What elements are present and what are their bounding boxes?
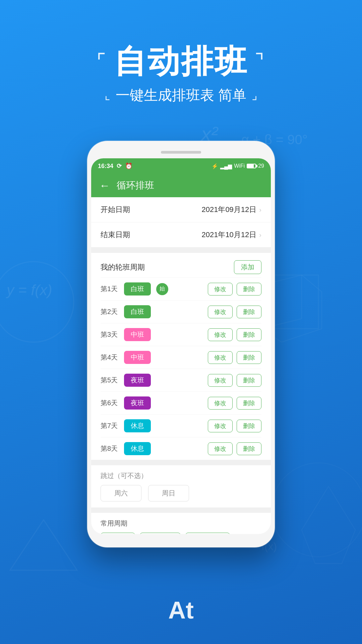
hero-title-text: 自动排班 xyxy=(114,44,248,79)
start-date-label: 开始日期 xyxy=(101,205,130,215)
svg-line-10 xyxy=(302,275,322,292)
modify-button-4[interactable]: 修改 xyxy=(208,351,233,364)
delete-button-6[interactable]: 删除 xyxy=(237,397,261,410)
delete-button-1[interactable]: 删除 xyxy=(237,283,261,296)
subtitle-bracket-right: ⌟ xyxy=(252,88,257,102)
app-title: 循环排班 xyxy=(117,179,154,192)
skip-title: 跳过（可不选） xyxy=(101,471,261,480)
end-date-value: 2021年10月12日 xyxy=(201,230,256,240)
modify-button-3[interactable]: 修改 xyxy=(208,328,233,341)
shift-badge-7: 休息 xyxy=(124,419,151,432)
day-row-3: 第3天中班修改删除 xyxy=(101,323,261,346)
day-row-4: 第4天中班修改删除 xyxy=(101,346,261,369)
delete-button-4[interactable]: 删除 xyxy=(237,351,261,364)
subtitle-bracket-left: ⌞ xyxy=(105,88,110,102)
hero-subtitle-text: 一键生成排班表 简单 xyxy=(116,86,246,105)
skip-section: 跳过（可不选） 周六周日 xyxy=(91,465,271,507)
modify-button-8[interactable]: 修改 xyxy=(208,442,233,455)
day-actions-5: 修改删除 xyxy=(208,374,261,387)
signal-icon: ▂▄▆ xyxy=(220,163,232,169)
day-label-6: 第6天 xyxy=(101,398,124,408)
end-date-value-container: 2021年10月12日 › xyxy=(201,230,261,240)
common-tags: 二班倒四班三倒四班三倒2二班倒2 xyxy=(101,533,261,534)
day-actions-7: 修改删除 xyxy=(208,420,261,432)
shift-badge-2: 白班 xyxy=(124,305,151,318)
svg-point-4 xyxy=(0,262,74,342)
day-label-5: 第5天 xyxy=(101,376,124,385)
shift-badge-5: 夜班 xyxy=(124,374,151,387)
phone-screen: 16:34 ⟳ ⏰ ⚡ ▂▄▆ WiFi 29 ← 循环排班 xyxy=(91,158,271,534)
common-tag-3[interactable]: 四班三倒2 xyxy=(185,533,230,534)
content-area: 开始日期 2021年09月12日 › 结束日期 2021年10月12日 › xyxy=(91,197,271,534)
shift-badge-8: 休息 xyxy=(124,442,151,455)
delete-button-2[interactable]: 删除 xyxy=(237,306,261,318)
start-date-row[interactable]: 开始日期 2021年09月12日 › xyxy=(91,197,271,222)
bluetooth-icon: ⚡ xyxy=(212,163,218,169)
day-row-7: 第7天休息修改删除 xyxy=(101,414,261,437)
modify-button-1[interactable]: 修改 xyxy=(208,283,233,296)
svg-text:y = f(x): y = f(x) xyxy=(6,282,52,298)
hero-section: ⌜ 自动排班 ⌝ ⌞ 一键生成排班表 简单 ⌟ xyxy=(0,0,362,105)
delete-button-3[interactable]: 删除 xyxy=(237,328,261,341)
modify-button-6[interactable]: 修改 xyxy=(208,397,233,410)
day-actions-3: 修改删除 xyxy=(208,328,261,341)
start-date-value: 2021年09月12日 xyxy=(201,205,256,215)
chevron-right-icon-2: › xyxy=(259,231,261,239)
hero-title: ⌜ 自动排班 ⌝ xyxy=(0,44,362,79)
add-cycle-button[interactable]: 添加 xyxy=(234,260,261,274)
at-text: At xyxy=(168,596,194,624)
status-time: 16:34 xyxy=(98,163,113,170)
day-row-2: 第2天白班修改删除 xyxy=(101,300,261,323)
modify-button-5[interactable]: 修改 xyxy=(208,374,233,387)
phone-frame: 16:34 ⟳ ⏰ ⚡ ▂▄▆ WiFi 29 ← 循环排班 xyxy=(87,141,275,547)
day-row-5: 第5天夜班修改删除 xyxy=(101,369,261,391)
svg-line-16 xyxy=(282,329,322,342)
day-label-8: 第8天 xyxy=(101,444,124,453)
bracket-open-right: ⌝ xyxy=(255,50,265,72)
status-left: 16:34 ⟳ ⏰ xyxy=(98,162,132,170)
day-actions-8: 修改删除 xyxy=(208,442,261,455)
end-date-label: 结束日期 xyxy=(101,230,130,240)
cycle-title: 我的轮班周期 xyxy=(101,262,145,272)
day-label-3: 第3天 xyxy=(101,330,124,339)
day-rows-container: 第1天白班始修改删除第2天白班修改删除第3天中班修改删除第4天中班修改删除第5天… xyxy=(101,277,261,460)
delete-button-8[interactable]: 删除 xyxy=(237,442,261,455)
shift-badge-4: 中班 xyxy=(124,351,151,364)
delete-button-5[interactable]: 删除 xyxy=(237,374,261,387)
skip-option-1[interactable]: 周六 xyxy=(101,485,141,501)
cycle-header: 我的轮班周期 添加 xyxy=(101,260,261,274)
phone-mockup: 16:34 ⟳ ⏰ ⚡ ▂▄▆ WiFi 29 ← 循环排班 xyxy=(87,141,275,547)
day-label-2: 第2天 xyxy=(101,307,124,316)
common-section: 常用周期 二班倒四班三倒四班三倒2二班倒2 xyxy=(91,513,271,534)
common-tag-2[interactable]: 四班三倒 xyxy=(140,533,181,534)
notch-bar xyxy=(161,151,201,154)
start-indicator: 始 xyxy=(156,283,168,295)
day-label-4: 第4天 xyxy=(101,353,124,362)
back-button[interactable]: ← xyxy=(99,179,110,192)
bracket-open-left: ⌜ xyxy=(97,50,107,72)
app-header: ← 循环排班 xyxy=(91,174,271,197)
shift-badge-3: 中班 xyxy=(124,328,151,341)
shift-badge-6: 夜班 xyxy=(124,396,151,410)
modify-button-2[interactable]: 修改 xyxy=(208,306,233,318)
day-row-8: 第8天休息修改删除 xyxy=(101,437,261,460)
day-actions-1: 修改删除 xyxy=(208,283,261,296)
end-date-row[interactable]: 结束日期 2021年10月12日 › xyxy=(91,222,271,248)
cycle-section: 我的轮班周期 添加 第1天白班始修改删除第2天白班修改删除第3天中班修改删除第4… xyxy=(91,253,271,460)
skip-options: 周六周日 xyxy=(101,485,261,501)
common-tag-1[interactable]: 二班倒 xyxy=(101,533,135,534)
battery-fill xyxy=(247,164,254,168)
status-bar: 16:34 ⟳ ⏰ ⚡ ▂▄▆ WiFi 29 xyxy=(91,158,271,174)
chevron-right-icon: › xyxy=(259,206,261,214)
day-row-1: 第1天白班始修改删除 xyxy=(101,277,261,300)
delete-button-7[interactable]: 删除 xyxy=(237,420,261,432)
common-title: 常用周期 xyxy=(101,519,261,528)
modify-button-7[interactable]: 修改 xyxy=(208,420,233,432)
wifi-icon: WiFi xyxy=(234,163,245,169)
day-label-1: 第1天 xyxy=(101,284,124,293)
svg-marker-7 xyxy=(302,486,355,564)
skip-option-2[interactable]: 周日 xyxy=(148,485,189,501)
day-actions-6: 修改删除 xyxy=(208,397,261,410)
day-row-6: 第6天夜班修改删除 xyxy=(101,391,261,414)
alarm-icon: ⏰ xyxy=(125,162,132,170)
